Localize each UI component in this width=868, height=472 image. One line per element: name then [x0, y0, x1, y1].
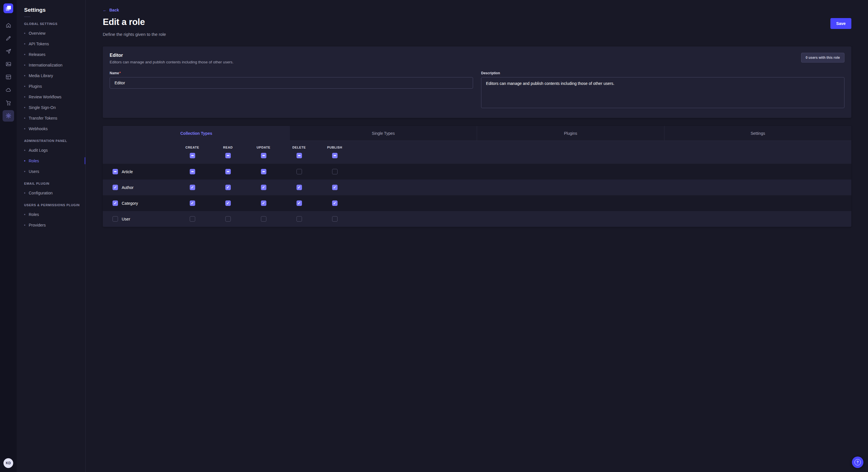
sidebar-item-label: Roles	[29, 159, 39, 163]
required-asterisk: *	[119, 71, 121, 75]
role-description-input[interactable]: Editors can manage and publish contents …	[481, 77, 844, 108]
row-article-checkbox[interactable]	[113, 169, 118, 174]
help-button[interactable]: ?	[852, 457, 863, 468]
sidebar-item-media-library[interactable]: Media Library	[17, 70, 85, 81]
sidebar-item-up-providers[interactable]: Providers	[17, 220, 85, 230]
sidebar-item-label: Releases	[29, 52, 45, 57]
users-with-role-button[interactable]: 0 users with this role	[801, 53, 844, 63]
sidebar-item-transfer-tokens[interactable]: Transfer Tokens	[17, 113, 85, 123]
rail-marketplace-button[interactable]	[3, 97, 14, 109]
strapi-logo-icon[interactable]	[3, 3, 13, 13]
description-label: Description	[481, 71, 844, 75]
section-email-plugin: Email Plugin	[24, 182, 85, 185]
back-link[interactable]: ← Back	[103, 8, 119, 12]
permissions-table-body: Article Author	[103, 164, 851, 227]
category-read-checkbox[interactable]	[225, 200, 231, 206]
pencil-icon	[5, 35, 11, 41]
author-publish-checkbox[interactable]	[332, 185, 338, 190]
rail-cloud-button[interactable]	[3, 84, 14, 96]
rail-deploy-button[interactable]	[3, 45, 14, 57]
cell	[281, 200, 317, 206]
page-title: Edit a role	[103, 17, 145, 27]
cell	[175, 216, 210, 222]
row-author-checkbox[interactable]	[113, 185, 118, 190]
sidebar-item-up-roles[interactable]: Roles	[17, 209, 85, 220]
rail-settings-button[interactable]	[3, 110, 14, 122]
article-delete-checkbox[interactable]	[297, 169, 302, 174]
table-row-author: Author	[103, 179, 851, 195]
table-row-category: Category	[103, 195, 851, 211]
permissions-tabbar: Collection Types Single Types Plugins Se…	[103, 126, 851, 141]
tab-plugins[interactable]: Plugins	[477, 126, 664, 141]
category-create-checkbox[interactable]	[190, 200, 195, 206]
row-category-checkbox[interactable]	[113, 200, 118, 206]
rail-content-manager-button[interactable]	[3, 71, 14, 83]
sidebar-item-releases[interactable]: Releases	[17, 49, 85, 60]
role-name-input[interactable]	[110, 77, 473, 89]
user-update-checkbox[interactable]	[261, 216, 267, 222]
row-article-label: Article	[122, 169, 133, 174]
user-avatar[interactable]: KD	[3, 458, 13, 468]
bullet-icon	[24, 160, 25, 162]
save-button[interactable]: Save	[830, 18, 851, 29]
sidebar-item-audit-logs[interactable]: Audit Logs	[17, 145, 85, 156]
sidebar-item-label: Overview	[29, 31, 45, 36]
header-create-checkbox[interactable]	[190, 153, 195, 158]
sidebar-item-webhooks[interactable]: Webhooks	[17, 123, 85, 134]
article-update-checkbox[interactable]	[261, 169, 267, 174]
author-create-checkbox[interactable]	[190, 185, 195, 190]
sidebar-item-label: Users	[29, 169, 39, 174]
category-update-checkbox[interactable]	[261, 200, 267, 206]
sidebar-item-plugins[interactable]: Plugins	[17, 81, 85, 92]
cell	[210, 216, 246, 222]
cell	[281, 185, 317, 190]
article-create-checkbox[interactable]	[190, 169, 195, 174]
sidebar-item-users[interactable]: Users	[17, 166, 85, 177]
row-user-checkbox[interactable]	[113, 216, 118, 222]
author-read-checkbox[interactable]	[225, 185, 231, 190]
column-delete: DELETE	[281, 146, 317, 158]
sidebar-item-single-sign-on[interactable]: Single Sign-On	[17, 102, 85, 113]
sidebar-item-review-workflows[interactable]: Review Workflows	[17, 92, 85, 102]
rail-content-type-builder-button[interactable]	[3, 33, 14, 44]
gear-icon	[5, 113, 11, 119]
author-name-cell: Author	[103, 185, 175, 190]
cell	[317, 216, 352, 222]
column-update: UPDATE	[246, 146, 281, 158]
header-publish-checkbox[interactable]	[332, 153, 338, 158]
article-read-checkbox[interactable]	[225, 169, 231, 174]
column-create: CREATE	[175, 146, 210, 158]
user-publish-checkbox[interactable]	[332, 216, 338, 222]
header-delete-checkbox[interactable]	[297, 153, 302, 158]
tab-collection-types[interactable]: Collection Types	[103, 126, 290, 141]
sidebar-item-internationalization[interactable]: Internationalization	[17, 60, 85, 70]
tab-single-types[interactable]: Single Types	[290, 126, 477, 141]
sidebar-item-roles[interactable]: Roles	[17, 156, 85, 166]
article-publish-checkbox[interactable]	[332, 169, 338, 174]
user-read-checkbox[interactable]	[225, 216, 231, 222]
category-delete-checkbox[interactable]	[297, 200, 302, 206]
cloud-icon	[5, 87, 11, 93]
rail-media-library-button[interactable]	[3, 59, 14, 70]
bullet-icon	[24, 128, 25, 129]
sidebar-item-label: Providers	[29, 223, 45, 227]
user-delete-checkbox[interactable]	[297, 216, 302, 222]
rail-home-button[interactable]	[3, 20, 14, 31]
bullet-icon	[24, 214, 25, 215]
author-update-checkbox[interactable]	[261, 185, 267, 190]
header-update-checkbox[interactable]	[261, 153, 267, 158]
tab-settings[interactable]: Settings	[664, 126, 851, 141]
layout-icon	[5, 74, 11, 80]
category-publish-checkbox[interactable]	[332, 200, 338, 206]
section-administration-panel: Administration Panel	[24, 139, 85, 142]
home-icon	[5, 22, 11, 28]
header-read-checkbox[interactable]	[225, 153, 231, 158]
sidebar-item-overview[interactable]: Overview	[17, 28, 85, 38]
description-field-group: Description Editors can manage and publi…	[481, 71, 844, 109]
cell	[246, 185, 281, 190]
sidebar-item-configuration[interactable]: Configuration	[17, 188, 85, 198]
author-delete-checkbox[interactable]	[297, 185, 302, 190]
user-create-checkbox[interactable]	[190, 216, 195, 222]
sidebar-item-api-tokens[interactable]: API Tokens	[17, 38, 85, 49]
row-user-label: User	[122, 217, 130, 222]
